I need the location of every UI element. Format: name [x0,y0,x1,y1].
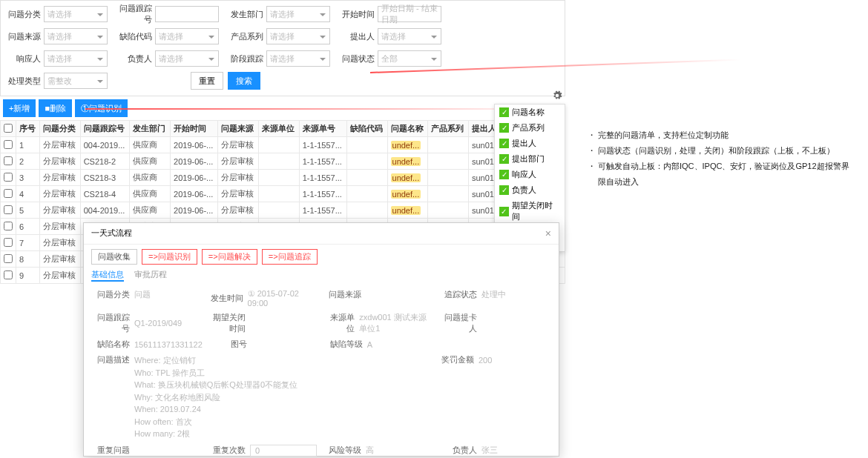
filter-input[interactable]: 开始日期 - 结束日期 [378,6,441,22]
check-icon: ✓ [499,139,509,148]
row-checkbox[interactable] [4,254,13,263]
filter-input[interactable]: 请选择 [44,50,108,67]
row-checkbox[interactable] [4,173,13,182]
recognize-button[interactable]: ①问题识别 [75,99,128,117]
filter-label: 处理类型 [1,76,44,87]
filter-input[interactable]: 全部 [378,50,441,67]
close-icon[interactable]: × [545,228,551,239]
table-row[interactable]: 5分层审核004-2019...供应商2019-06-...分层审核1-1-15… [1,202,565,219]
filter-label: 负责人 [112,53,155,64]
check-icon: ✓ [499,107,509,117]
filter-label: 提出人 [335,31,378,42]
check-icon: ✓ [499,185,509,195]
filter-label: 问题跟踪号 [112,3,155,25]
filter-area: 问题分类请选择问题跟踪号发生部门请选择开始时间开始日期 - 结束日期 问题来源请… [0,0,565,96]
filter-label: 响应人 [1,53,44,64]
filter-input[interactable]: 需整改 [44,73,108,89]
filter-input[interactable] [155,6,219,22]
dialog-tab[interactable]: 问题收集 [91,249,137,265]
column-option[interactable]: ✓负责人 [495,182,565,198]
row-checkbox[interactable] [4,189,13,198]
gear-icon[interactable] [552,90,562,101]
dialog-tab[interactable]: =>问题识别 [142,249,197,265]
note-item: 问题状态（问题识别，处理，关闭）和阶段跟踪（上板，不上板） [588,143,852,159]
table-row[interactable]: 2分层审核CS218-2供应商2019-06-...分层审核1-1-1557..… [1,153,565,170]
column-header[interactable]: 序号 [16,121,40,137]
column-header[interactable]: 问题名称 [387,121,428,137]
column-header[interactable]: 来源单号 [299,121,346,137]
search-button[interactable]: 搜索 [228,72,260,90]
filter-label: 缺陷代码 [112,31,155,42]
filter-input[interactable]: 请选择 [378,28,441,44]
nav-approval-history[interactable]: 审批历程 [134,269,167,282]
table-row[interactable]: 1分层审核004-2019...供应商2019-06-...分层审核1-1-15… [1,137,565,153]
column-header[interactable]: 来源单位 [258,121,299,137]
dialog-titlebar: 一天式流程 × [84,223,559,245]
check-icon: ✓ [499,154,509,164]
column-header[interactable]: 问题分类 [39,121,80,137]
filter-input[interactable]: 请选择 [155,50,219,67]
reset-button[interactable]: 重置 [191,72,223,90]
dialog-body: 问题分类问题 发生时间① 2015-07-02 09:00 问题来源 追踪状态处… [84,285,559,458]
filter-input[interactable]: 请选择 [44,6,108,22]
note-item: 可触发自动上板：内部IQC、IPQC、安灯，验证岗位及GP12超报警界限自动进入 [588,159,852,190]
row-checkbox[interactable] [4,222,13,230]
description-text: Where: 定位销钉Who: TPL 操作员工What: 换压块机械锁Q后帐Q… [134,354,416,440]
column-header[interactable]: 产品系列 [428,121,469,137]
check-icon: ✓ [499,207,509,216]
filter-label: 产品系列 [223,31,266,42]
dialog-nav: 基础信息 审批历程 [84,269,559,285]
column-header[interactable]: 缺陷代码 [346,121,387,137]
column-option[interactable]: ✓问题名称 [495,104,565,120]
column-option[interactable]: ✓提出部门 [495,151,565,167]
note-item: 完整的问题清单，支持栏位定制功能 [588,127,852,143]
toolbar: +新增 ■删除 ①问题识别 [0,96,565,120]
row-checkbox[interactable] [4,271,13,279]
filter-input[interactable]: 请选择 [266,50,330,67]
row-checkbox[interactable] [4,205,13,214]
column-header[interactable]: 发生部门 [130,121,171,137]
select-all-checkbox[interactable] [4,124,13,133]
filter-input[interactable]: 请选择 [266,6,330,22]
dialog-title: 一天式流程 [91,228,132,239]
filter-input[interactable]: 请选择 [44,28,108,44]
column-option[interactable]: ✓产品系列 [495,120,565,136]
delete-button[interactable]: ■删除 [39,99,72,117]
column-option[interactable]: ✓期望关闭时间 [495,198,565,225]
row-checkbox[interactable] [4,156,13,165]
annotation-line [85,108,557,110]
add-button[interactable]: +新增 [3,99,36,117]
dialog-tab[interactable]: =>问题追踪 [262,249,318,265]
row-checkbox[interactable] [4,140,13,149]
dialog-tab[interactable]: =>问题解决 [202,249,257,265]
column-option[interactable]: ✓响应人 [495,167,565,182]
detail-dialog: 一天式流程 × 问题收集=>问题识别=>问题解决=>问题追踪 基础信息 审批历程… [83,222,559,457]
check-icon: ✓ [499,123,509,133]
filter-label: 问题来源 [1,31,44,42]
filter-label: 问题分类 [1,9,44,20]
notes-list: 完整的问题清单，支持栏位定制功能 问题状态（问题识别，处理，关闭）和阶段跟踪（上… [588,127,852,190]
nav-basic-info[interactable]: 基础信息 [91,269,124,282]
column-header[interactable]: 问题来源 [218,121,259,137]
dialog-tabs: 问题收集=>问题识别=>问题解决=>问题追踪 [84,245,559,269]
filter-label: 开始时间 [335,9,378,20]
row-checkbox[interactable] [4,238,13,247]
table-row[interactable]: 4分层审核CS218-4供应商2019-06-...分层审核1-1-1557..… [1,186,565,202]
column-option[interactable]: ✓提出人 [495,136,565,151]
filter-input[interactable]: 请选择 [266,28,330,44]
check-icon: ✓ [499,170,509,179]
filter-label: 阶段跟踪 [223,53,266,64]
column-header[interactable]: 开始时间 [171,121,218,137]
table-row[interactable]: 3分层审核CS218-3供应商2019-06-...分层审核1-1-1557..… [1,170,565,186]
filter-label: 问题状态 [335,53,378,64]
filter-label: 发生部门 [223,9,266,20]
filter-input[interactable]: 请选择 [155,28,219,44]
column-header[interactable]: 问题跟踪号 [80,121,130,137]
